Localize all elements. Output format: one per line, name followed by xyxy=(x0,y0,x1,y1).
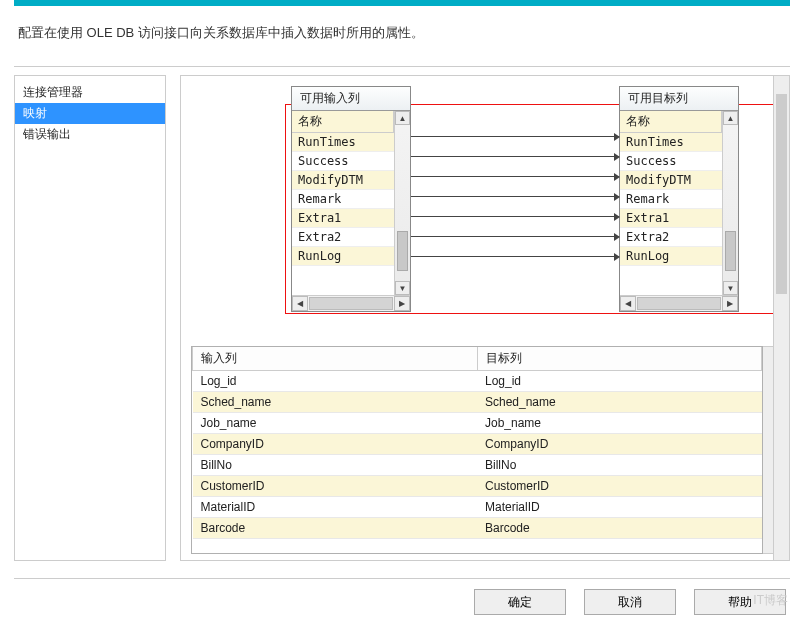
footer: 确定 取消 帮助 xyxy=(14,578,790,625)
mapping-arrow[interactable] xyxy=(411,216,619,217)
scroll-right-icon[interactable]: ▶ xyxy=(722,296,738,311)
mapping-arrow[interactable] xyxy=(411,196,619,197)
input-list-title: 可用输入列 xyxy=(292,87,410,111)
scroll-left-icon[interactable]: ◀ xyxy=(292,296,308,311)
available-input-columns: 可用输入列 名称 RunTimesSuccessModifyDTMRemarkE… xyxy=(291,86,411,312)
scroll-thumb[interactable] xyxy=(725,231,736,271)
table-row[interactable]: CustomerIDCustomerID xyxy=(193,476,762,497)
scroll-hthumb[interactable] xyxy=(637,297,721,310)
input-col-cell[interactable]: MaterialID xyxy=(193,497,478,518)
scroll-hthumb[interactable] xyxy=(309,297,393,310)
sidebar-item-connection[interactable]: 连接管理器 xyxy=(15,82,165,103)
target-column-item[interactable]: Remark xyxy=(620,190,722,209)
scroll-up-icon[interactable]: ▲ xyxy=(395,111,410,125)
sidebar: 连接管理器 映射 错误输出 xyxy=(14,75,166,561)
mapping-grid[interactable]: 输入列 目标列 Log_idLog_idSched_nameSched_name… xyxy=(191,346,763,554)
input-column-item[interactable]: Extra2 xyxy=(292,228,394,247)
scroll-down-icon[interactable]: ▼ xyxy=(395,281,410,295)
target-column-item[interactable]: RunLog xyxy=(620,247,722,266)
table-row[interactable]: Sched_nameSched_name xyxy=(193,392,762,413)
input-col-cell[interactable]: CustomerID xyxy=(193,476,478,497)
input-col-cell[interactable]: BillNo xyxy=(193,455,478,476)
mapping-arrow[interactable] xyxy=(411,256,619,257)
grid-col-target[interactable]: 目标列 xyxy=(477,347,762,371)
input-col-cell[interactable]: Log_id xyxy=(193,371,478,392)
input-col-cell[interactable]: Sched_name xyxy=(193,392,478,413)
target-column-item[interactable]: Success xyxy=(620,152,722,171)
table-row[interactable]: Log_idLog_id xyxy=(193,371,762,392)
input-column-item[interactable]: Success xyxy=(292,152,394,171)
scroll-right-icon[interactable]: ▶ xyxy=(394,296,410,311)
mapping-arrow[interactable] xyxy=(411,176,619,177)
sidebar-item-mapping[interactable]: 映射 xyxy=(15,103,165,124)
main-area: 连接管理器 映射 错误输出 可用输入列 名称 RunTimesSuccessMo… xyxy=(14,75,790,561)
target-column-item[interactable]: Extra1 xyxy=(620,209,722,228)
sidebar-item-error-output[interactable]: 错误输出 xyxy=(15,124,165,145)
input-column-item[interactable]: Remark xyxy=(292,190,394,209)
target-name-header: 名称 xyxy=(620,111,722,133)
mapping-designer: 可用输入列 名称 RunTimesSuccessModifyDTMRemarkE… xyxy=(191,86,779,328)
target-column-item[interactable]: ModifyDTM xyxy=(620,171,722,190)
scroll-left-icon[interactable]: ◀ xyxy=(620,296,636,311)
grid-col-input[interactable]: 输入列 xyxy=(193,347,478,371)
target-column-item[interactable]: Extra2 xyxy=(620,228,722,247)
target-scrollbar[interactable]: ▲ ▼ xyxy=(722,111,738,295)
mapping-grid-wrap: 输入列 目标列 Log_idLog_idSched_nameSched_name… xyxy=(191,346,779,554)
table-row[interactable]: BillNoBillNo xyxy=(193,455,762,476)
target-col-cell[interactable]: Log_id xyxy=(477,371,762,392)
target-list-title: 可用目标列 xyxy=(620,87,738,111)
target-hscroll[interactable]: ◀ ▶ xyxy=(620,295,738,311)
input-column-item[interactable]: RunLog xyxy=(292,247,394,266)
input-column-item[interactable]: Extra1 xyxy=(292,209,394,228)
divider xyxy=(14,66,790,67)
target-col-cell[interactable]: MaterialID xyxy=(477,497,762,518)
input-col-cell[interactable]: Barcode xyxy=(193,518,478,539)
help-button[interactable]: 帮助 xyxy=(694,589,786,615)
mapping-arrow[interactable] xyxy=(411,136,619,137)
target-column-item[interactable]: RunTimes xyxy=(620,133,722,152)
scroll-thumb[interactable] xyxy=(397,231,408,271)
table-row[interactable]: Job_nameJob_name xyxy=(193,413,762,434)
scroll-up-icon[interactable]: ▲ xyxy=(723,111,738,125)
page-description: 配置在使用 OLE DB 访问接口向关系数据库中插入数据时所用的属性。 xyxy=(0,6,798,52)
input-name-header: 名称 xyxy=(292,111,394,133)
mapping-arrow[interactable] xyxy=(411,156,619,157)
table-row[interactable]: BarcodeBarcode xyxy=(193,518,762,539)
target-col-cell[interactable]: CustomerID xyxy=(477,476,762,497)
content-panel: 可用输入列 名称 RunTimesSuccessModifyDTMRemarkE… xyxy=(180,75,790,561)
target-col-cell[interactable]: Barcode xyxy=(477,518,762,539)
input-col-cell[interactable]: CompanyID xyxy=(193,434,478,455)
mapping-arrow[interactable] xyxy=(411,236,619,237)
input-col-cell[interactable]: Job_name xyxy=(193,413,478,434)
scroll-down-icon[interactable]: ▼ xyxy=(723,281,738,295)
target-col-cell[interactable]: Job_name xyxy=(477,413,762,434)
input-column-item[interactable]: RunTimes xyxy=(292,133,394,152)
input-hscroll[interactable]: ◀ ▶ xyxy=(292,295,410,311)
input-scrollbar[interactable]: ▲ ▼ xyxy=(394,111,410,295)
table-row[interactable]: CompanyIDCompanyID xyxy=(193,434,762,455)
input-column-item[interactable]: ModifyDTM xyxy=(292,171,394,190)
target-col-cell[interactable]: CompanyID xyxy=(477,434,762,455)
panel-thumb[interactable] xyxy=(776,94,787,294)
panel-scrollbar[interactable] xyxy=(773,76,789,560)
cancel-button[interactable]: 取消 xyxy=(584,589,676,615)
target-col-cell[interactable]: BillNo xyxy=(477,455,762,476)
available-target-columns: 可用目标列 名称 RunTimesSuccessModifyDTMRemarkE… xyxy=(619,86,739,312)
target-col-cell[interactable]: Sched_name xyxy=(477,392,762,413)
table-row[interactable]: MaterialIDMaterialID xyxy=(193,497,762,518)
ok-button[interactable]: 确定 xyxy=(474,589,566,615)
